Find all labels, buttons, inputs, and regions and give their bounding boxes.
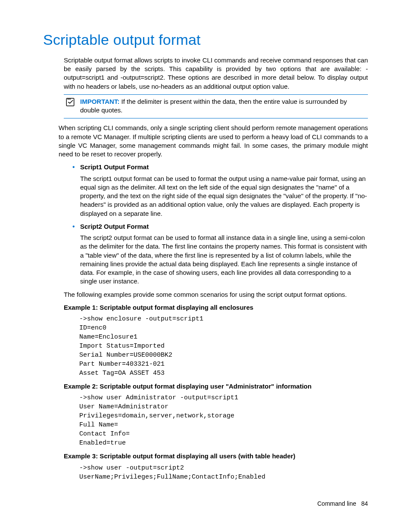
bullet-title: Script1 Output Format (80, 163, 368, 171)
bullet-body: The script2 output format can be used to… (80, 233, 368, 286)
examples-intro: The following examples provide some comm… (64, 290, 368, 299)
important-callout: IMPORTANT: If the delimiter is present w… (64, 94, 368, 119)
example-3-heading: Example 3: Scriptable output format disp… (64, 452, 368, 460)
page-footer: Command line 84 (317, 500, 368, 508)
example-2-heading: Example 2: Scriptable output format disp… (64, 382, 368, 391)
example-1-heading: Example 1: Scriptable output format disp… (64, 303, 368, 312)
footer-section: Command line (317, 500, 356, 507)
callout-body: If the delimiter is present within the d… (80, 98, 347, 114)
example-3-code: ->show user -output=script2 UserName;Pri… (64, 464, 368, 482)
footer-page-number: 84 (361, 500, 368, 507)
list-item: Script2 Output Format The script2 output… (72, 222, 368, 286)
page-title: Scriptable output format (43, 30, 368, 50)
example-1-code: ->show enclosure -output=script1 ID=enc0… (64, 314, 368, 378)
format-list: Script1 Output Format The script1 output… (64, 163, 368, 286)
callout-label: IMPORTANT: (80, 98, 119, 105)
callout-text: IMPORTANT: If the delimiter is present w… (80, 97, 368, 115)
intro-paragraph: Scriptable output format allows scripts … (64, 56, 368, 91)
bullet-title: Script2 Output Format (80, 222, 368, 231)
example-2-code: ->show user Administrator -output=script… (64, 393, 368, 448)
important-icon (64, 97, 75, 109)
bullet-body: The script1 output format can be used to… (80, 174, 368, 218)
scripting-warning: When scripting CLI commands, only a sing… (59, 124, 368, 159)
list-item: Script1 Output Format The script1 output… (72, 163, 368, 218)
